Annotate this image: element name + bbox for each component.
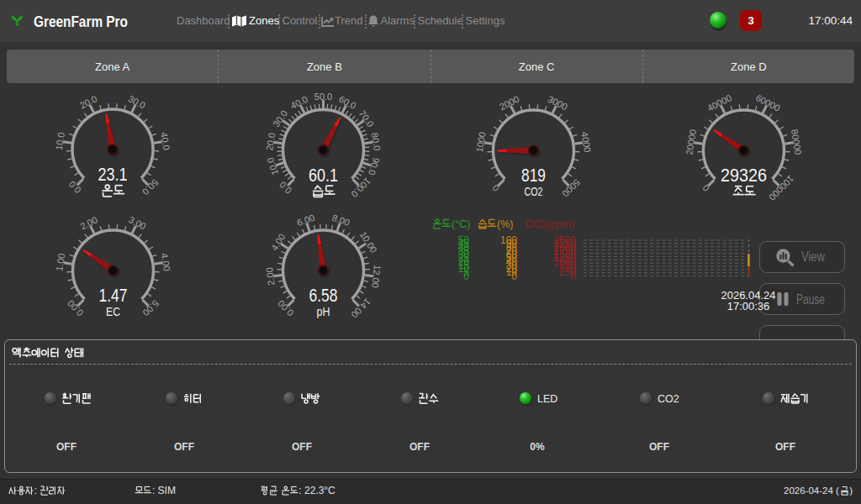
svg-text:50: 50 — [458, 234, 470, 246]
svg-text:1250: 1250 — [553, 252, 576, 264]
svg-text:50: 50 — [506, 252, 518, 264]
svg-text:6.58: 6.58 — [309, 285, 338, 306]
svg-text:60.0: 60.0 — [337, 94, 358, 111]
svg-text:20.0: 20.0 — [264, 132, 277, 151]
svg-text:0.0: 0.0 — [277, 180, 293, 196]
svg-text:2.00: 2.00 — [78, 214, 99, 231]
svg-text:100: 100 — [500, 234, 517, 246]
svg-text:50.0: 50.0 — [314, 92, 332, 102]
svg-text:80000: 80000 — [790, 129, 804, 155]
svg-text:1000: 1000 — [474, 131, 488, 153]
svg-text:10.00: 10.00 — [358, 229, 379, 255]
svg-text:0.0: 0.0 — [66, 179, 82, 195]
svg-text:80.0: 80.0 — [370, 132, 383, 151]
svg-text:40000: 40000 — [705, 92, 733, 113]
svg-text:70.0: 70.0 — [357, 108, 376, 129]
svg-text:29326: 29326 — [721, 165, 767, 186]
svg-text:8.00: 8.00 — [330, 213, 351, 228]
svg-text:6.00: 6.00 — [295, 213, 315, 228]
svg-text:(°C): (°C) — [452, 218, 470, 230]
svg-text:2.00: 2.00 — [264, 267, 276, 286]
svg-text:30.0: 30.0 — [127, 93, 148, 110]
svg-text:12.00: 12.00 — [370, 265, 383, 289]
svg-text:0: 0 — [511, 270, 517, 282]
svg-text:100000: 100000 — [767, 174, 795, 202]
svg-text:1.47: 1.47 — [99, 285, 128, 306]
svg-text:5.00: 5.00 — [141, 298, 161, 318]
svg-text:30: 30 — [506, 260, 518, 271]
svg-text:750: 750 — [559, 260, 576, 271]
svg-text:1750: 1750 — [553, 245, 576, 257]
svg-text:0.00: 0.00 — [276, 298, 296, 318]
svg-text:0: 0 — [463, 270, 469, 282]
svg-text:60000: 60000 — [754, 92, 782, 113]
svg-text:4.00: 4.00 — [160, 253, 172, 272]
svg-text:5: 5 — [463, 266, 469, 278]
svg-text:20: 20 — [506, 263, 518, 275]
svg-text:35: 35 — [458, 245, 470, 257]
svg-text:1500: 1500 — [553, 249, 576, 260]
svg-text:CO2(ppm): CO2(ppm) — [526, 218, 574, 230]
svg-text:0: 0 — [700, 182, 711, 193]
svg-text:23.1: 23.1 — [98, 164, 128, 185]
svg-text:pH: pH — [317, 305, 330, 318]
svg-text:10.0: 10.0 — [265, 156, 280, 176]
svg-text:250: 250 — [559, 266, 576, 278]
svg-text:30.0: 30.0 — [271, 108, 289, 129]
svg-text:4000: 4000 — [579, 131, 593, 153]
svg-text:EC: EC — [106, 305, 120, 318]
svg-text:2000: 2000 — [553, 242, 576, 254]
svg-text:10: 10 — [458, 263, 470, 275]
svg-text:90: 90 — [506, 238, 518, 249]
svg-text:40.0: 40.0 — [288, 94, 309, 111]
svg-text:5000: 5000 — [561, 177, 583, 199]
svg-text:20.0: 20.0 — [78, 93, 99, 110]
svg-text:14.00: 14.00 — [349, 297, 372, 320]
svg-text:(%): (%) — [497, 218, 513, 230]
svg-text:25: 25 — [458, 252, 470, 264]
svg-text:40: 40 — [458, 242, 470, 254]
svg-text:80: 80 — [506, 242, 518, 254]
svg-text:20: 20 — [458, 256, 470, 268]
svg-text:0: 0 — [570, 270, 576, 282]
svg-text:90.0: 90.0 — [367, 156, 382, 176]
svg-text:100.0: 100.0 — [349, 176, 372, 199]
svg-text:CO2: CO2 — [525, 185, 543, 198]
svg-text:40.0: 40.0 — [159, 132, 172, 151]
svg-text:0.00: 0.00 — [66, 298, 86, 318]
svg-text:3.00: 3.00 — [127, 214, 148, 231]
svg-text:60: 60 — [506, 249, 518, 260]
svg-text:10.0: 10.0 — [54, 132, 66, 151]
svg-text:15: 15 — [458, 260, 470, 271]
svg-text:60.1: 60.1 — [309, 165, 338, 186]
svg-text:3000: 3000 — [547, 94, 569, 113]
svg-text:2500: 2500 — [553, 234, 576, 246]
svg-text:0: 0 — [490, 182, 501, 193]
svg-text:819: 819 — [521, 165, 546, 186]
svg-text:1000: 1000 — [553, 256, 576, 268]
svg-text:50.0: 50.0 — [140, 177, 161, 197]
svg-text:2250: 2250 — [553, 238, 576, 249]
svg-text:70: 70 — [506, 245, 518, 257]
svg-text:30: 30 — [458, 249, 470, 260]
svg-text:45: 45 — [458, 238, 470, 249]
svg-text:1.00: 1.00 — [54, 253, 66, 272]
svg-text:40: 40 — [506, 256, 518, 268]
svg-text:500: 500 — [559, 263, 576, 275]
svg-text:4.00: 4.00 — [269, 232, 288, 253]
svg-text:2000: 2000 — [498, 94, 520, 113]
svg-text:20000: 20000 — [684, 129, 698, 155]
svg-text:10: 10 — [506, 266, 518, 278]
